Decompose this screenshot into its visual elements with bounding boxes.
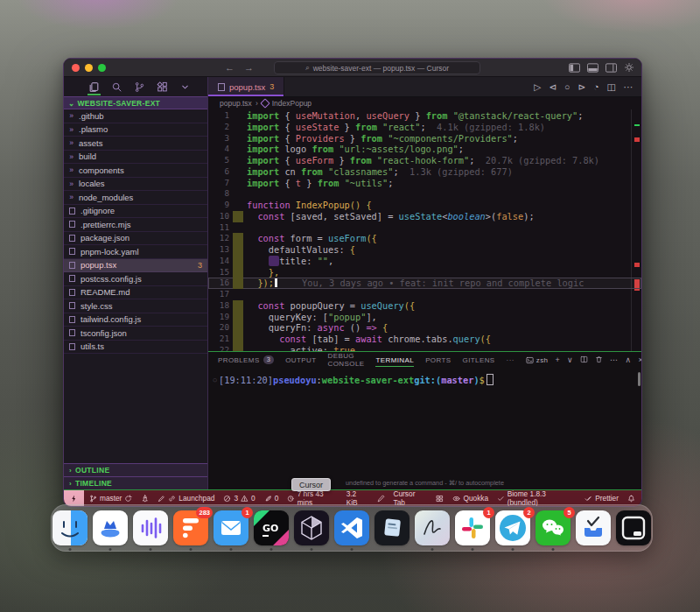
panel-tab-debug-console[interactable]: DEBUG CONSOLE — [328, 352, 365, 368]
profile-icon[interactable]: ◔ — [593, 81, 598, 92]
tree-item-package-json[interactable]: package.json — [64, 232, 207, 246]
forward-icon[interactable]: → — [244, 60, 254, 75]
dock-icon-finder[interactable] — [52, 510, 88, 545]
dock-icon-telegram[interactable]: 2 — [495, 510, 530, 545]
code-line-14[interactable]: 14 title: "", — [208, 256, 641, 267]
split-terminal-button[interactable] — [580, 355, 588, 365]
dock-icon-mail[interactable]: 1 — [214, 510, 248, 545]
minimize-window-button[interactable] — [85, 64, 93, 72]
tree-item-utils-ts[interactable]: utils.ts — [64, 341, 207, 355]
breadcrumb-file[interactable]: popup.tsx — [220, 99, 252, 108]
dock-icon-calendar-app[interactable] — [374, 510, 410, 545]
explorer-project-header[interactable]: ⌄ WEBSITE-SAVER-EXT — [64, 96, 207, 109]
dock-icon-waveform-app[interactable] — [133, 510, 168, 545]
dock-icon-ai-app[interactable] — [415, 510, 450, 545]
outline-section-header[interactable]: › OUTLINE — [64, 463, 207, 476]
more-views-chevron-icon[interactable] — [179, 77, 191, 96]
dock-icon-slack[interactable]: 1 — [455, 510, 490, 545]
dock-icon-cursor[interactable] — [294, 510, 329, 545]
code-line-11[interactable]: 11 — [208, 222, 641, 234]
dock-icon-things[interactable] — [576, 510, 611, 545]
tree-item-postcss-config-js[interactable]: postcss.config.js — [64, 272, 207, 286]
code-line-6[interactable]: 6import cn from "classnames"; 1.3k (gzip… — [208, 166, 641, 178]
code-line-2[interactable]: 2import { useState } from "react"; 4.1k … — [208, 122, 641, 133]
code-line-7[interactable]: 7import { t } from "~utils"; — [208, 178, 641, 189]
tree-item-node-modules[interactable]: »node_modules — [64, 191, 207, 205]
code-line-21[interactable]: 21 const [tab] = await chrome.tabs.query… — [208, 334, 641, 345]
dock-icon-reader-app[interactable]: 283 — [173, 510, 208, 545]
tree-item-components[interactable]: »components — [64, 164, 207, 178]
explorer-icon[interactable] — [88, 77, 100, 96]
search-icon[interactable] — [111, 77, 122, 96]
panel-tab-terminal[interactable]: TERMINAL — [375, 352, 414, 368]
tab-popup-tsx[interactable]: popup.tsx 3 — [208, 77, 284, 96]
code-line-8[interactable]: 8 — [208, 188, 641, 200]
code-line-19[interactable]: 19 queryKey: ["popup"], — [208, 312, 641, 323]
code-line-1[interactable]: 1import { useMutation, useQuery } from "… — [208, 110, 641, 122]
dock-icon-goland[interactable]: GO — [254, 510, 289, 545]
dock-icon-frame-app[interactable] — [616, 510, 651, 545]
code-line-16[interactable]: 16 });You, 3 days ago • feat: init repo … — [208, 278, 641, 289]
tree-item--plasmo[interactable]: ».plasmo — [64, 123, 207, 137]
code-line-9[interactable]: 9function IndexPopup() { — [208, 200, 641, 211]
new-terminal-button[interactable]: + — [555, 355, 560, 364]
extensions-icon[interactable] — [157, 77, 168, 96]
run-button[interactable]: ▷ — [534, 81, 541, 92]
tree-item-tailwind-config-js[interactable]: tailwind.config.js — [64, 313, 207, 327]
command-center[interactable]: ⌕ website-saver-ext — popup.tsx — Cursor — [274, 61, 480, 74]
code-line-22[interactable]: 22 active: true, — [208, 345, 641, 351]
code-line-13[interactable]: 13 defaultValues: { — [208, 244, 641, 256]
panel-tab-output[interactable]: OUTPUT — [285, 352, 316, 368]
code-line-18[interactable]: 18 const popupQuery = useQuery({ — [208, 300, 641, 312]
breadcrumb[interactable]: popup.tsx › IndexPopup — [208, 97, 641, 109]
toggle-panel-icon[interactable] — [587, 63, 598, 73]
terminal-shell-chip[interactable]: zsh — [526, 356, 549, 364]
tree-item-style-css[interactable]: style.css — [64, 299, 207, 313]
dock-icon-wechat[interactable]: 5 — [536, 510, 570, 545]
tree-item-locales[interactable]: »locales — [64, 178, 207, 192]
code-line-5[interactable]: 5import { useForm } from "react-hook-for… — [208, 155, 641, 166]
tree-item-popup-tsx[interactable]: popup.tsx3 — [64, 259, 207, 273]
code-line-15[interactable]: 15 }, — [208, 267, 641, 278]
panel-tab--[interactable]: ··· — [507, 352, 514, 368]
tree-item-pnpm-lock-yaml[interactable]: pnpm-lock.yaml — [64, 245, 207, 259]
terminal-scrollbar[interactable] — [638, 372, 640, 386]
code-line-20[interactable]: 20 queryFn: async () => { — [208, 322, 641, 334]
maximize-panel-button[interactable]: ∧ — [626, 355, 632, 364]
close-panel-button[interactable]: × — [639, 355, 643, 364]
breadcrumb-symbol[interactable]: IndexPopup — [272, 99, 312, 108]
code-line-10[interactable]: 10 const [saved, setSaved] = useState<bo… — [208, 211, 641, 222]
code-line-12[interactable]: 12 const form = useForm({ — [208, 233, 641, 244]
more-actions-icon[interactable]: ⋯ — [624, 81, 634, 92]
panel-tab-problems[interactable]: PROBLEMS3 — [218, 352, 274, 368]
split-editor-icon[interactable]: ◫ — [607, 81, 616, 92]
toggle-primary-sidebar-icon[interactable] — [569, 63, 580, 73]
kill-terminal-button[interactable] — [595, 355, 603, 365]
code-line-3[interactable]: 3import { Providers } from "~components/… — [208, 133, 641, 144]
code-line-17[interactable]: 17 — [208, 289, 641, 300]
tree-item-build[interactable]: »build — [64, 151, 207, 165]
tree-item-readme-md[interactable]: README.md — [64, 286, 207, 300]
panel-tab-gitlens[interactable]: GITLENS — [463, 352, 495, 368]
toggle-secondary-sidebar-icon[interactable] — [606, 63, 617, 73]
code-line-4[interactable]: 4import logo from "url:~assets/logo.png"… — [208, 144, 641, 155]
timeline-section-header[interactable]: › TIMELINE — [64, 476, 207, 489]
step-back-icon[interactable]: ⊲ — [549, 81, 556, 92]
dock-icon-vscode[interactable] — [334, 510, 369, 545]
tree-item-assets[interactable]: »assets — [64, 137, 207, 151]
code-editor[interactable]: 1import { useMutation, useQuery } from "… — [208, 109, 641, 351]
terminal[interactable]: ○[19:11:20] pseudoyu:website-saver-ext g… — [208, 368, 641, 489]
tree-item--gitignore[interactable]: .gitignore — [64, 205, 207, 219]
tree-item--prettierrc-mjs[interactable]: .prettierrc.mjs — [64, 218, 207, 232]
close-window-button[interactable] — [72, 64, 80, 72]
source-control-icon[interactable] — [134, 77, 145, 96]
record-icon[interactable]: ○ — [564, 81, 570, 92]
back-icon[interactable]: ← — [225, 60, 234, 75]
dock-icon-fox-app[interactable] — [93, 510, 128, 545]
terminal-dropdown[interactable]: ∨ — [567, 355, 573, 364]
more-actions-button[interactable]: ⋯ — [610, 355, 618, 364]
settings-gear-icon[interactable] — [624, 62, 634, 73]
zoom-window-button[interactable] — [98, 64, 106, 72]
tree-item-tsconfig-json[interactable]: tsconfig.json — [64, 327, 207, 341]
step-forward-icon[interactable]: ⊳ — [578, 81, 585, 92]
